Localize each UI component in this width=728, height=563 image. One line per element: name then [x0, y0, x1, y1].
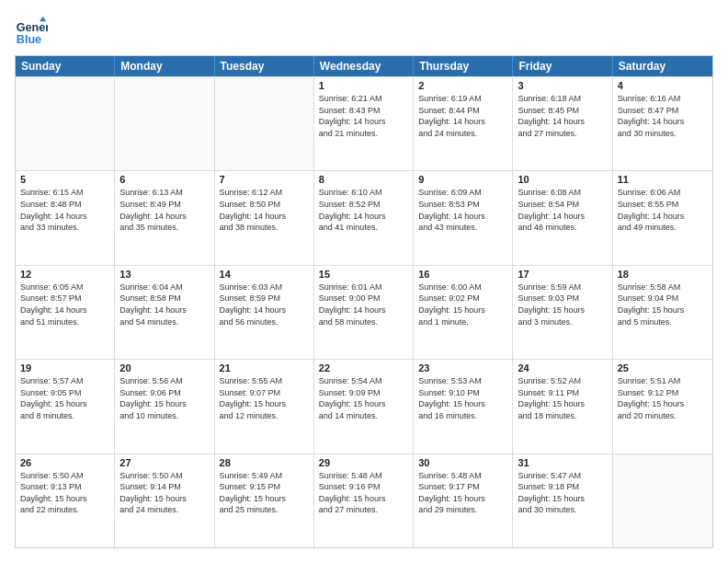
svg-text:Blue: Blue [17, 33, 41, 46]
day-number: 25 [618, 362, 708, 373]
day-number: 4 [618, 80, 708, 91]
week-row-2: 5Sunrise: 6:15 AM Sunset: 8:48 PM Daylig… [16, 170, 712, 264]
day-cell-25: 25Sunrise: 5:51 AM Sunset: 9:12 PM Dayli… [613, 360, 712, 453]
day-cell-26: 26Sunrise: 5:50 AM Sunset: 9:13 PM Dayli… [16, 454, 115, 547]
day-cell-8: 8Sunrise: 6:10 AM Sunset: 8:52 PM Daylig… [314, 171, 414, 264]
day-info: Sunrise: 5:48 AM Sunset: 9:17 PM Dayligh… [418, 470, 507, 516]
day-info: Sunrise: 6:00 AM Sunset: 9:02 PM Dayligh… [418, 282, 507, 327]
day-number: 30 [418, 457, 507, 468]
header: General Blue [15, 15, 713, 48]
day-header-friday: Friday [513, 56, 612, 76]
day-number: 18 [618, 269, 708, 280]
day-cell-17: 17Sunrise: 5:59 AM Sunset: 9:03 PM Dayli… [513, 266, 612, 359]
day-header-saturday: Saturday [613, 56, 712, 76]
day-info: Sunrise: 5:58 AM Sunset: 9:04 PM Dayligh… [618, 282, 708, 327]
day-cell-6: 6Sunrise: 6:13 AM Sunset: 8:49 PM Daylig… [115, 171, 214, 264]
svg-marker-2 [40, 17, 46, 21]
day-info: Sunrise: 5:59 AM Sunset: 9:03 PM Dayligh… [518, 282, 607, 327]
day-cell-7: 7Sunrise: 6:12 AM Sunset: 8:50 PM Daylig… [215, 171, 314, 264]
empty-cell-0-2 [215, 77, 314, 170]
day-header-wednesday: Wednesday [314, 56, 414, 76]
day-cell-18: 18Sunrise: 5:58 AM Sunset: 9:04 PM Dayli… [613, 266, 712, 359]
day-info: Sunrise: 6:06 AM Sunset: 8:55 PM Dayligh… [618, 187, 708, 233]
day-cell-21: 21Sunrise: 5:55 AM Sunset: 9:07 PM Dayli… [215, 360, 314, 453]
day-number: 28 [220, 457, 309, 468]
day-cell-5: 5Sunrise: 6:15 AM Sunset: 8:48 PM Daylig… [16, 171, 115, 264]
day-header-sunday: Sunday [16, 56, 115, 76]
day-number: 19 [20, 362, 109, 373]
week-row-4: 19Sunrise: 5:57 AM Sunset: 9:05 PM Dayli… [16, 359, 712, 453]
day-cell-31: 31Sunrise: 5:47 AM Sunset: 9:18 PM Dayli… [513, 454, 612, 547]
day-info: Sunrise: 5:50 AM Sunset: 9:13 PM Dayligh… [20, 470, 109, 516]
day-info: Sunrise: 5:47 AM Sunset: 9:18 PM Dayligh… [518, 470, 607, 516]
day-header-monday: Monday [115, 56, 214, 76]
day-number: 26 [20, 457, 109, 468]
day-info: Sunrise: 6:10 AM Sunset: 8:52 PM Dayligh… [319, 187, 408, 233]
calendar: SundayMondayTuesdayWednesdayThursdayFrid… [15, 55, 713, 548]
day-cell-13: 13Sunrise: 6:04 AM Sunset: 8:58 PM Dayli… [115, 266, 214, 359]
day-number: 11 [618, 174, 708, 185]
day-number: 9 [418, 174, 507, 185]
day-number: 31 [518, 457, 607, 468]
calendar-header: SundayMondayTuesdayWednesdayThursdayFrid… [16, 56, 712, 76]
day-cell-9: 9Sunrise: 6:09 AM Sunset: 8:53 PM Daylig… [414, 171, 513, 264]
empty-cell-0-1 [115, 77, 214, 170]
day-number: 6 [119, 174, 209, 185]
day-number: 20 [119, 362, 209, 373]
day-info: Sunrise: 6:16 AM Sunset: 8:47 PM Dayligh… [618, 93, 708, 139]
week-row-1: 1Sunrise: 6:21 AM Sunset: 8:43 PM Daylig… [16, 76, 712, 170]
day-cell-28: 28Sunrise: 5:49 AM Sunset: 9:15 PM Dayli… [215, 454, 314, 547]
day-number: 29 [319, 457, 408, 468]
day-info: Sunrise: 6:09 AM Sunset: 8:53 PM Dayligh… [418, 187, 507, 233]
day-number: 23 [418, 362, 507, 373]
day-number: 5 [20, 174, 109, 185]
day-cell-4: 4Sunrise: 6:16 AM Sunset: 8:47 PM Daylig… [613, 77, 712, 170]
day-number: 17 [518, 269, 607, 280]
logo: General Blue [15, 15, 51, 48]
empty-cell-0-0 [16, 77, 115, 170]
day-info: Sunrise: 6:05 AM Sunset: 8:57 PM Dayligh… [20, 282, 109, 327]
day-info: Sunrise: 6:21 AM Sunset: 8:43 PM Dayligh… [319, 93, 408, 139]
day-info: Sunrise: 5:50 AM Sunset: 9:14 PM Dayligh… [119, 470, 209, 516]
day-info: Sunrise: 6:15 AM Sunset: 8:48 PM Dayligh… [20, 187, 109, 233]
day-cell-15: 15Sunrise: 6:01 AM Sunset: 9:00 PM Dayli… [314, 266, 414, 359]
day-cell-30: 30Sunrise: 5:48 AM Sunset: 9:17 PM Dayli… [414, 454, 513, 547]
day-number: 2 [418, 80, 507, 91]
empty-cell-4-6 [613, 454, 712, 547]
day-info: Sunrise: 5:53 AM Sunset: 9:10 PM Dayligh… [418, 375, 507, 421]
day-cell-29: 29Sunrise: 5:48 AM Sunset: 9:16 PM Dayli… [314, 454, 414, 547]
day-number: 3 [518, 80, 607, 91]
day-info: Sunrise: 6:13 AM Sunset: 8:49 PM Dayligh… [119, 187, 209, 233]
logo-icon: General Blue [15, 15, 48, 48]
day-number: 13 [119, 269, 209, 280]
day-cell-12: 12Sunrise: 6:05 AM Sunset: 8:57 PM Dayli… [16, 266, 115, 359]
day-number: 1 [319, 80, 408, 91]
day-number: 24 [518, 362, 607, 373]
day-cell-23: 23Sunrise: 5:53 AM Sunset: 9:10 PM Dayli… [414, 360, 513, 453]
day-number: 15 [319, 269, 408, 280]
day-number: 14 [220, 269, 309, 280]
day-cell-24: 24Sunrise: 5:52 AM Sunset: 9:11 PM Dayli… [513, 360, 612, 453]
day-header-thursday: Thursday [414, 56, 513, 76]
day-info: Sunrise: 5:57 AM Sunset: 9:05 PM Dayligh… [20, 375, 109, 421]
day-number: 16 [418, 269, 507, 280]
day-info: Sunrise: 5:55 AM Sunset: 9:07 PM Dayligh… [220, 375, 309, 421]
day-info: Sunrise: 6:08 AM Sunset: 8:54 PM Dayligh… [518, 187, 607, 233]
day-info: Sunrise: 5:51 AM Sunset: 9:12 PM Dayligh… [618, 375, 708, 421]
day-info: Sunrise: 5:54 AM Sunset: 9:09 PM Dayligh… [319, 375, 408, 421]
day-cell-3: 3Sunrise: 6:18 AM Sunset: 8:45 PM Daylig… [513, 77, 612, 170]
week-row-5: 26Sunrise: 5:50 AM Sunset: 9:13 PM Dayli… [16, 454, 712, 547]
day-info: Sunrise: 5:49 AM Sunset: 9:15 PM Dayligh… [220, 470, 309, 516]
day-header-tuesday: Tuesday [215, 56, 314, 76]
day-info: Sunrise: 6:01 AM Sunset: 9:00 PM Dayligh… [319, 282, 408, 327]
day-cell-10: 10Sunrise: 6:08 AM Sunset: 8:54 PM Dayli… [513, 171, 612, 264]
day-cell-27: 27Sunrise: 5:50 AM Sunset: 9:14 PM Dayli… [115, 454, 214, 547]
day-number: 12 [20, 269, 109, 280]
day-info: Sunrise: 6:19 AM Sunset: 8:44 PM Dayligh… [418, 93, 507, 139]
day-cell-14: 14Sunrise: 6:03 AM Sunset: 8:59 PM Dayli… [215, 266, 314, 359]
day-cell-2: 2Sunrise: 6:19 AM Sunset: 8:44 PM Daylig… [414, 77, 513, 170]
day-cell-22: 22Sunrise: 5:54 AM Sunset: 9:09 PM Dayli… [314, 360, 414, 453]
calendar-body: 1Sunrise: 6:21 AM Sunset: 8:43 PM Daylig… [16, 76, 712, 547]
day-cell-1: 1Sunrise: 6:21 AM Sunset: 8:43 PM Daylig… [314, 77, 414, 170]
page: General Blue SundayMondayTuesdayWednesda… [0, 0, 728, 563]
